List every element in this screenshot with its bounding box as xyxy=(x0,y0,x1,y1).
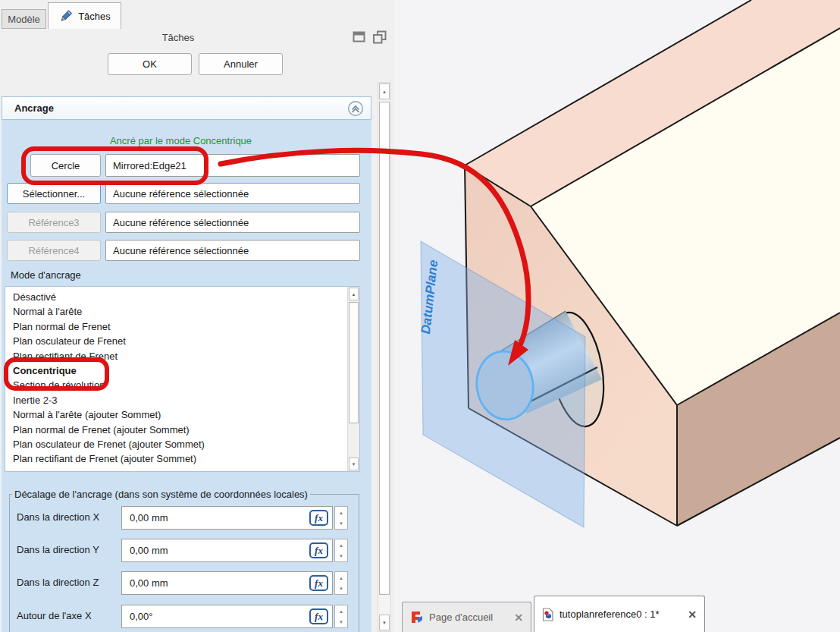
cancel-button[interactable]: Annuler xyxy=(199,53,283,75)
freecad-window: Modèle Tâches Tâches xyxy=(0,0,840,632)
mode-item-normal-arete-sommet[interactable]: Normal à l'arête (ajouter Sommet) xyxy=(5,407,346,422)
anchor-section-header[interactable]: Ancrage xyxy=(2,96,371,120)
offset-x-fx-icon[interactable]: fx xyxy=(309,510,328,526)
cancel-button-label: Annuler xyxy=(224,58,258,70)
mode-item-plan-osculateur-frenet[interactable]: Plan osculateur de Frenet xyxy=(5,334,346,348)
offset-z-field[interactable]: 0,00 mm fx xyxy=(121,571,333,595)
offset-x-field[interactable]: 0,00 mm fx xyxy=(121,506,333,530)
viewport-3d[interactable]: DatumPlane Page d'accueil ✕ xyxy=(394,0,840,632)
mode-item-plan-normal-frenet-sommet[interactable]: Plan normal de Frenet (ajouter Sommet) xyxy=(5,423,346,437)
reference4-button[interactable]: Référence4 xyxy=(7,240,101,261)
pencil-icon xyxy=(58,9,73,24)
tab-tasks-label: Tâches xyxy=(78,11,111,22)
reference3-button-label: Référence3 xyxy=(28,217,79,228)
task-panel-scroll-up[interactable]: ▲ xyxy=(379,83,390,99)
offset-x-label: Dans la direction X xyxy=(17,511,99,523)
offset-z-fx-icon[interactable]: fx xyxy=(309,575,328,591)
mode-list-scroll-thumb[interactable] xyxy=(349,302,359,423)
mode-item-desactive[interactable]: Désactivé xyxy=(5,290,346,304)
offset-x-value: 0,00 mm xyxy=(130,512,168,524)
offset-z-value: 0,00 mm xyxy=(130,577,168,589)
task-panel-scrollbar[interactable]: ▲ ▼ xyxy=(378,82,391,632)
offset-angle-stepper[interactable]: ▲ ▼ xyxy=(334,605,348,628)
mode-item-plan-osculateur-frenet-sommet[interactable]: Plan osculateur de Frenet (ajouter Somme… xyxy=(5,437,346,451)
mode-list-scroll-up[interactable]: ▲ xyxy=(349,288,359,300)
anchor-status: Ancré par le mode Concentrique xyxy=(2,135,360,146)
mode-list-scrollbar[interactable]: ▲ ▼ xyxy=(347,287,359,471)
collapse-panel-icon[interactable] xyxy=(352,30,367,44)
spin-up-icon[interactable]: ▲ xyxy=(335,539,347,551)
reference2-button[interactable]: Sélectionner... xyxy=(7,183,101,204)
reference4-field[interactable]: Aucune référence sélectionnée xyxy=(105,240,360,261)
offset-angle-value: 0,00° xyxy=(130,611,153,622)
document-icon xyxy=(542,608,553,621)
spin-up-icon[interactable]: ▲ xyxy=(335,507,347,518)
spin-down-icon[interactable]: ▼ xyxy=(335,517,347,529)
mode-list-scroll-down[interactable]: ▼ xyxy=(349,457,359,470)
doc-tab-document[interactable]: tutoplanreference0 : 1* ✕ xyxy=(534,596,705,632)
mode-item-plan-rectifiant-frenet[interactable]: Plan rectifiant de Frenet xyxy=(5,349,346,363)
panel-title: Tâches xyxy=(0,32,356,43)
float-panel-icon[interactable] xyxy=(372,30,387,44)
reference1-button-label: Cercle xyxy=(52,160,80,171)
spin-down-icon[interactable]: ▼ xyxy=(335,550,347,561)
reference3-button[interactable]: Référence3 xyxy=(7,212,101,233)
task-panel: Modèle Tâches Tâches xyxy=(0,0,394,632)
reference1-value: Mirrored:Edge21 xyxy=(113,160,186,171)
reference3-value: Aucune référence sélectionnée xyxy=(113,217,249,228)
tab-model[interactable]: Modèle xyxy=(2,9,46,29)
spin-down-icon[interactable]: ▼ xyxy=(335,583,347,594)
attachment-mode-list: Désactivé Normal à l'arête Plan normal d… xyxy=(5,286,360,472)
task-panel-scroll-down[interactable]: ▼ xyxy=(379,615,390,630)
task-panel-scroll-thumb[interactable] xyxy=(379,102,390,595)
reference3-field[interactable]: Aucune référence sélectionnée xyxy=(105,212,360,233)
offset-y-stepper[interactable]: ▲ ▼ xyxy=(334,539,348,562)
reference2-value: Aucune référence sélectionnée xyxy=(113,188,249,200)
reference2-field[interactable]: Aucune référence sélectionnée xyxy=(105,183,360,204)
reference1-button[interactable]: Cercle xyxy=(30,154,101,177)
offset-z-stepper[interactable]: ▲ ▼ xyxy=(334,571,348,595)
mode-item-section-revolution[interactable]: Section de révolution xyxy=(5,378,346,392)
anchor-section-title: Ancrage xyxy=(14,102,54,114)
reference2-button-label: Sélectionner... xyxy=(23,188,85,200)
offset-z-label: Dans la direction Z xyxy=(17,577,99,588)
reference1-field[interactable]: Mirrored:Edge21 xyxy=(105,154,360,177)
doc-tab-document-label: tutoplanreference0 : 1* xyxy=(559,608,660,620)
close-icon[interactable]: ✕ xyxy=(688,608,697,621)
spin-down-icon[interactable]: ▼ xyxy=(335,616,347,627)
attachment-mode-label: Mode d'ancrage xyxy=(11,269,81,281)
offset-angle-field[interactable]: 0,00° fx xyxy=(121,605,333,628)
ok-button-label: OK xyxy=(143,58,157,70)
tab-model-label: Modèle xyxy=(8,14,40,25)
spin-up-icon[interactable]: ▲ xyxy=(335,572,347,583)
offset-y-fx-icon[interactable]: fx xyxy=(309,542,328,558)
ok-button[interactable]: OK xyxy=(108,53,192,75)
freecad-logo-icon xyxy=(410,611,423,624)
mode-item-plan-normal-frenet[interactable]: Plan normal de Frenet xyxy=(5,319,346,334)
model-3d-scene: DatumPlane xyxy=(394,0,840,632)
offset-y-value: 0,00 mm xyxy=(130,545,168,556)
doc-tab-start-page[interactable]: Page d'accueil ✕ xyxy=(402,602,531,632)
offset-y-field[interactable]: 0,00 mm fx xyxy=(121,539,333,562)
offset-angle-fx-icon[interactable]: fx xyxy=(309,608,328,624)
collapse-section-icon[interactable] xyxy=(347,100,364,117)
offset-group-label: Décalage de l'ancrage (dans son système … xyxy=(12,489,310,500)
offset-x-stepper[interactable]: ▲ ▼ xyxy=(334,506,348,530)
doc-tab-start-label: Page d'accueil xyxy=(429,612,493,623)
mode-item-concentrique[interactable]: Concentrique xyxy=(5,363,346,378)
mode-item-plan-rectifiant-frenet-sommet[interactable]: Plan rectifiant de Frenet (ajouter Somme… xyxy=(5,451,346,466)
reference4-value: Aucune référence sélectionnée xyxy=(113,245,249,256)
anchor-section-body: Ancré par le mode Concentrique Cercle Mi… xyxy=(2,120,371,632)
mode-item-normal-arete[interactable]: Normal à l'arête xyxy=(5,304,346,319)
offset-y-label: Dans la direction Y xyxy=(17,544,99,555)
spin-up-icon[interactable]: ▲ xyxy=(335,605,347,617)
tab-tasks[interactable]: Tâches xyxy=(48,2,121,29)
reference4-button-label: Référence4 xyxy=(28,245,79,256)
close-icon[interactable]: ✕ xyxy=(514,612,523,624)
offset-angle-label: Autour de l'axe X xyxy=(17,610,92,621)
mode-item-inertie-2-3[interactable]: Inertie 2-3 xyxy=(5,393,346,407)
